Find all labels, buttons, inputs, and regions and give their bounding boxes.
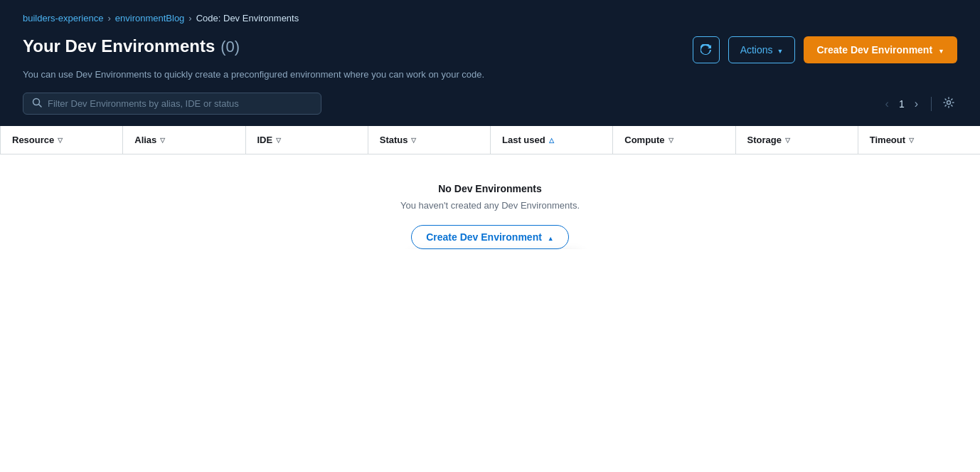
- actions-label: Actions: [740, 44, 773, 56]
- breadcrumb-current: Code: Dev Environments: [196, 13, 299, 23]
- sort-icon-lastused: △: [549, 137, 554, 144]
- refresh-icon: [701, 44, 712, 56]
- column-header-resource[interactable]: Resource ▽: [0, 126, 122, 154]
- empty-state-title: No Dev Environments: [438, 183, 541, 194]
- settings-button[interactable]: [940, 95, 957, 112]
- create-dropdown-container: Create Dev Environment AWS Cloud9: [411, 225, 569, 249]
- column-header-ide[interactable]: IDE ▽: [245, 126, 368, 154]
- column-header-timeout[interactable]: Timeout ▽: [858, 126, 980, 154]
- create-chevron-icon-header: [938, 44, 944, 56]
- page-subtitle: You can use Dev Environments to quickly …: [23, 69, 957, 80]
- search-icon: [32, 98, 42, 110]
- breadcrumb: builders-experience › environmentBlog › …: [23, 13, 957, 23]
- breadcrumb-link-1[interactable]: builders-experience: [23, 13, 103, 23]
- column-header-status[interactable]: Status ▽: [368, 126, 490, 154]
- sort-icon-resource: ▽: [58, 137, 63, 144]
- column-label-compute: Compute: [624, 135, 664, 145]
- sort-icon-storage: ▽: [785, 137, 790, 144]
- sort-icon-alias: ▽: [160, 137, 165, 144]
- pagination-number: 1: [899, 98, 905, 110]
- gear-icon: [943, 97, 954, 108]
- empty-state-subtitle: You haven't created any Dev Environments…: [400, 200, 580, 211]
- page-title: Your Dev Environments (0): [23, 36, 240, 56]
- column-header-compute[interactable]: Compute ▽: [612, 126, 735, 154]
- sort-icon-timeout: ▽: [909, 137, 914, 144]
- table-area: Resource ▽ Alias ▽ IDE ▽ Status ▽ Last u…: [0, 126, 980, 249]
- title-buttons: Actions Create Dev Environment: [693, 36, 957, 63]
- pagination-next-button[interactable]: ›: [910, 96, 922, 112]
- search-row: ‹ 1 ›: [23, 93, 957, 126]
- column-label-status: Status: [380, 135, 408, 145]
- create-label-center: Create Dev Environment: [426, 231, 542, 243]
- table-header: Resource ▽ Alias ▽ IDE ▽ Status ▽ Last u…: [0, 126, 980, 154]
- create-chevron-icon-center: [548, 231, 554, 243]
- column-label-storage: Storage: [747, 135, 782, 145]
- page-title-text: Your Dev Environments: [23, 36, 215, 56]
- column-label-timeout: Timeout: [870, 135, 905, 145]
- breadcrumb-separator-1: ›: [107, 13, 110, 23]
- svg-line-1: [39, 105, 42, 107]
- empty-state: No Dev Environments You haven't created …: [0, 154, 980, 249]
- actions-chevron-icon: [777, 44, 784, 56]
- header-area: builders-experience › environmentBlog › …: [0, 0, 980, 126]
- actions-button[interactable]: Actions: [728, 36, 796, 63]
- create-dev-env-button-header[interactable]: Create Dev Environment: [804, 36, 957, 63]
- column-header-lastused[interactable]: Last used △: [490, 126, 612, 154]
- breadcrumb-link-2[interactable]: environmentBlog: [115, 13, 185, 23]
- refresh-button[interactable]: [693, 36, 720, 63]
- column-label-lastused: Last used: [502, 135, 545, 145]
- page-title-count: (0): [220, 38, 240, 56]
- column-label-alias: Alias: [134, 135, 156, 145]
- create-dev-env-button-center[interactable]: Create Dev Environment: [411, 225, 569, 249]
- sort-icon-status: ▽: [411, 137, 416, 144]
- search-bar: [23, 93, 321, 115]
- column-header-storage[interactable]: Storage ▽: [735, 126, 858, 154]
- pagination-prev-button[interactable]: ‹: [881, 96, 893, 112]
- title-row: Your Dev Environments (0) Actions Create…: [23, 36, 957, 63]
- svg-point-2: [947, 100, 951, 104]
- pagination-controls: ‹ 1 ›: [881, 95, 957, 112]
- create-label-header: Create Dev Environment: [816, 44, 932, 56]
- page-title-group: Your Dev Environments (0): [23, 36, 240, 56]
- search-input[interactable]: [48, 98, 312, 109]
- column-label-resource: Resource: [12, 135, 54, 145]
- column-label-ide: IDE: [257, 135, 273, 145]
- breadcrumb-separator-2: ›: [188, 13, 191, 23]
- column-header-alias[interactable]: Alias ▽: [122, 126, 245, 154]
- pagination-divider: [931, 97, 932, 111]
- sort-icon-ide: ▽: [276, 137, 281, 144]
- sort-icon-compute: ▽: [669, 137, 673, 144]
